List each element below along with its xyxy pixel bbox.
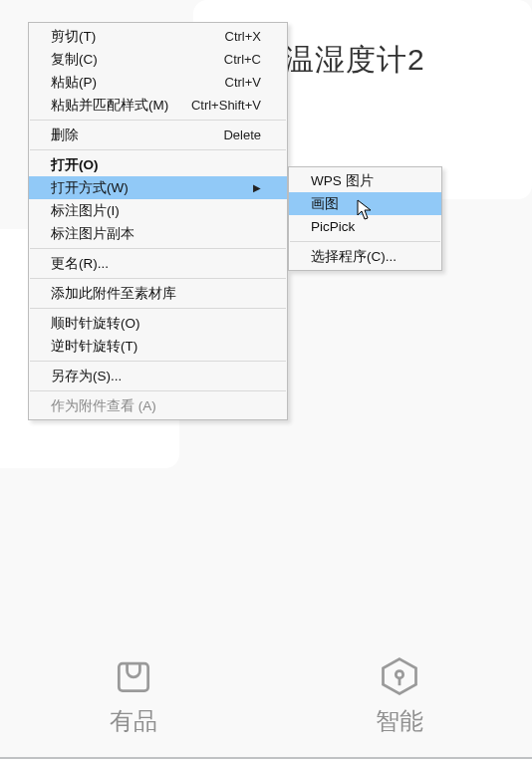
menu-rotate-ccw[interactable]: 逆时针旋转(T): [29, 335, 287, 358]
menu-separator: [30, 308, 286, 309]
shortcut: Ctrl+C: [224, 51, 261, 68]
shortcut: Delete: [223, 126, 261, 143]
menu-separator: [30, 149, 286, 150]
submenu-paint[interactable]: 画图: [289, 192, 441, 215]
nav-item-zhineng[interactable]: 智能: [376, 654, 423, 737]
menu-paste[interactable]: 粘贴(P) Ctrl+V: [29, 71, 287, 94]
menu-paste-match-style[interactable]: 粘贴并匹配样式(M) Ctrl+Shift+V: [29, 94, 287, 117]
menu-separator: [30, 120, 286, 121]
menu-delete[interactable]: 删除 Delete: [29, 124, 287, 146]
svg-marker-1: [383, 659, 415, 694]
menu-add-to-library[interactable]: 添加此附件至素材库: [29, 282, 287, 305]
bottom-nav: 有品 智能: [0, 654, 532, 737]
menu-rename[interactable]: 更名(R)...: [29, 252, 287, 275]
menu-separator: [30, 390, 286, 391]
menu-copy[interactable]: 复制(C) Ctrl+C: [29, 48, 287, 71]
menu-view-as-attachment: 作为附件查看 (A): [29, 394, 287, 417]
menu-open-with[interactable]: 打开方式(W) ▶: [29, 176, 287, 199]
submenu-picpick[interactable]: PicPick: [289, 215, 441, 238]
open-with-submenu[interactable]: WPS 图片 画图 PicPick 选择程序(C)...: [288, 166, 442, 271]
menu-cut[interactable]: 剪切(T) Ctrl+X: [29, 25, 287, 48]
nav-label-zhineng: 智能: [376, 705, 423, 737]
menu-separator: [30, 248, 286, 249]
menu-separator: [290, 241, 440, 242]
shortcut: Ctrl+Shift+V: [191, 97, 261, 114]
submenu-choose-program[interactable]: 选择程序(C)...: [289, 245, 441, 268]
shortcut: Ctrl+V: [225, 74, 261, 91]
menu-separator: [30, 361, 286, 362]
nav-item-youpin[interactable]: 有品: [110, 654, 157, 737]
context-menu[interactable]: 剪切(T) Ctrl+X 复制(C) Ctrl+C 粘贴(P) Ctrl+V 粘…: [28, 22, 288, 420]
shortcut: Ctrl+X: [225, 28, 261, 45]
svg-point-2: [396, 671, 402, 678]
hexagon-icon: [378, 654, 421, 701]
menu-rotate-cw[interactable]: 顺时针旋转(O): [29, 312, 287, 335]
menu-save-as[interactable]: 另存为(S)...: [29, 365, 287, 387]
menu-annotate-image[interactable]: 标注图片(I): [29, 199, 287, 222]
menu-separator: [30, 278, 286, 279]
menu-annotate-copy[interactable]: 标注图片副本: [29, 222, 287, 245]
nav-label-youpin: 有品: [110, 705, 157, 737]
device-title: 温湿度计2: [284, 40, 425, 81]
menu-open[interactable]: 打开(O): [29, 153, 287, 176]
bag-icon: [112, 654, 155, 701]
submenu-wps-image[interactable]: WPS 图片: [289, 169, 441, 192]
chevron-right-icon: ▶: [253, 179, 261, 196]
